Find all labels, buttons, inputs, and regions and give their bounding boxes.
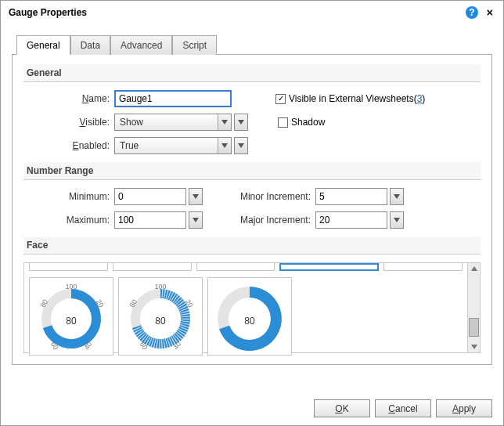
minor-increment-input[interactable] — [315, 188, 387, 205]
face-scrollbar[interactable] — [467, 263, 480, 352]
face-option-2[interactable]: 100 80 20 60 40 80 — [118, 277, 203, 356]
checkbox-icon — [278, 117, 288, 128]
minimum-input[interactable] — [114, 188, 186, 205]
visible-external-label: Visible in External Viewsheets(3) — [289, 93, 425, 104]
major-increment-input[interactable] — [315, 211, 387, 229]
svg-text:80: 80 — [66, 316, 77, 327]
titlebar: Gauge Properties ? × — [1, 1, 503, 23]
shadow-label: Shadow — [291, 117, 325, 128]
face-stub[interactable] — [196, 263, 275, 271]
chevron-down-icon — [218, 138, 231, 153]
face-option-1[interactable]: 100 80 20 60 40 80 — [29, 277, 113, 356]
tab-data[interactable]: Data — [70, 35, 110, 55]
section-face-header: Face — [23, 236, 481, 255]
visible-label: Visible: — [23, 117, 114, 128]
tab-panel-general: General Name: ✓ Visible in External View… — [12, 55, 492, 365]
dialog-footer: OK Cancel Apply — [314, 399, 492, 417]
visible-select-value: Show — [120, 117, 143, 128]
enabled-label: Enabled: — [23, 140, 114, 151]
scroll-up-icon[interactable] — [468, 263, 480, 274]
svg-text:100: 100 — [154, 283, 166, 291]
ok-button[interactable]: OK — [314, 399, 370, 417]
svg-text:80: 80 — [244, 316, 255, 327]
close-icon[interactable]: × — [484, 6, 495, 19]
section-numberrange-header: Number Range — [23, 162, 481, 180]
maximum-dropdown-button[interactable] — [189, 211, 203, 229]
checkbox-icon: ✓ — [275, 94, 286, 104]
minimum-label: Minimum: — [23, 191, 114, 202]
face-stub-selected[interactable] — [279, 263, 379, 271]
shadow-check[interactable]: Shadow — [278, 117, 325, 128]
scroll-down-icon[interactable] — [468, 341, 480, 352]
svg-text:80: 80 — [155, 316, 166, 327]
scrollbar-thumb[interactable] — [469, 318, 479, 337]
tab-script[interactable]: Script — [172, 35, 217, 55]
enabled-select-value: True — [120, 140, 139, 151]
tab-bar: General Data Advanced Script — [12, 34, 492, 55]
minimum-dropdown-button[interactable] — [189, 188, 203, 205]
minor-increment-label: Minor Increment: — [231, 191, 315, 202]
visible-edit-button[interactable] — [234, 114, 248, 131]
maximum-input[interactable] — [114, 211, 186, 229]
cancel-button[interactable]: Cancel — [375, 399, 431, 417]
svg-text:100: 100 — [65, 283, 77, 291]
major-increment-dropdown-button[interactable] — [390, 211, 404, 229]
tab-general[interactable]: General — [16, 35, 70, 55]
help-icon[interactable]: ? — [466, 6, 478, 19]
major-increment-label: Major Increment: — [231, 215, 315, 226]
visible-select[interactable]: Show — [114, 114, 232, 131]
dialog-title: Gauge Properties — [9, 7, 87, 18]
maximum-label: Maximum: — [23, 215, 114, 226]
face-stub[interactable] — [383, 263, 463, 271]
face-option-3[interactable]: 80 — [207, 277, 292, 356]
enabled-edit-button[interactable] — [234, 137, 248, 154]
dialog-body: General Data Advanced Script General Nam… — [1, 23, 503, 371]
face-stub[interactable] — [113, 263, 192, 271]
tab-advanced[interactable]: Advanced — [110, 35, 172, 55]
face-stub[interactable] — [29, 263, 108, 271]
visible-external-check[interactable]: ✓ Visible in External Viewsheets(3) — [275, 93, 425, 104]
chevron-down-icon — [218, 114, 231, 130]
section-general-header: General — [23, 64, 481, 82]
enabled-select[interactable]: True — [114, 137, 232, 154]
visible-external-link[interactable]: 3 — [417, 93, 423, 104]
apply-button[interactable]: Apply — [436, 399, 492, 417]
name-input[interactable] — [114, 90, 232, 107]
name-label: Name: — [23, 93, 114, 104]
face-grid: 100 80 20 60 40 80 100 80 20 60 40 — [23, 262, 481, 353]
minor-increment-dropdown-button[interactable] — [390, 188, 404, 205]
